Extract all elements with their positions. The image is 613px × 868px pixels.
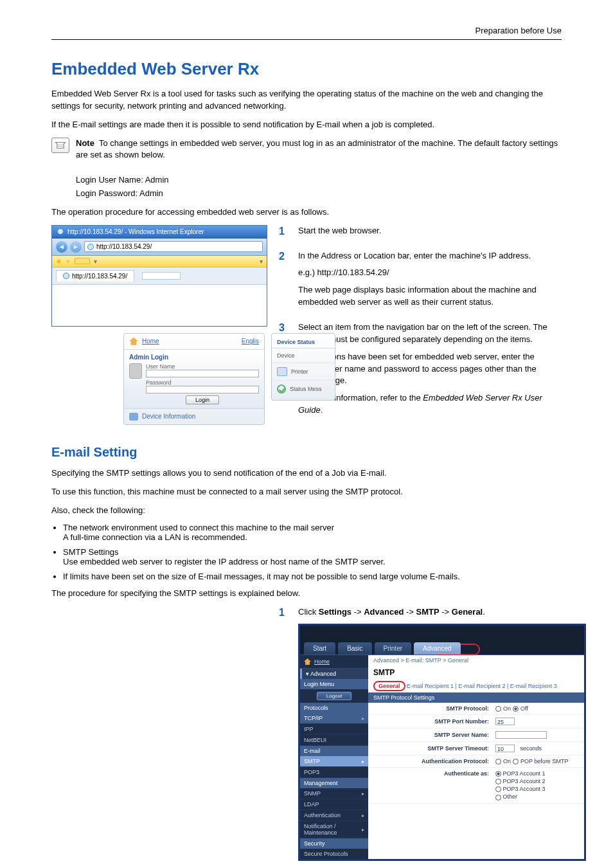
step3-text-a: Select an item from the navigation bar o… xyxy=(298,321,562,346)
email-p3: Also, check the following: xyxy=(51,505,562,517)
field-smtp-server: SMTP Server Name: xyxy=(368,728,584,742)
email-p1: Specifying the SMTP settings allows you … xyxy=(51,467,562,480)
printer-icon xyxy=(277,367,287,376)
address-bar[interactable]: http://10.183.54.29/ xyxy=(84,241,263,252)
note-icon xyxy=(51,138,69,153)
step2-text-c: The web page displays basic information … xyxy=(298,284,562,309)
sidebar-email-head: E-mail xyxy=(300,746,368,756)
radio-pop1[interactable] xyxy=(495,771,501,777)
bullet-1: The network environment used to connect … xyxy=(63,523,562,542)
smtp-top-tabs: Start Basic Printer Advanced xyxy=(300,642,584,655)
device-info-label: Device Information xyxy=(142,413,195,420)
address-text: http://10.183.54.29/ xyxy=(96,243,152,250)
sidebar-item-notif[interactable]: Notification / Maintenance▸ xyxy=(300,821,368,838)
smtp-main-panel: Advanced > E-mail: SMTP > General SMTP G… xyxy=(368,655,584,859)
proc-intro: The operation procedure for accessing em… xyxy=(51,206,562,219)
step3-text-b: If restrictions have been set for embedd… xyxy=(298,351,562,388)
login-user-line: Login User Name: Admin xyxy=(76,174,562,186)
smtp-subtabs: General E-mail Recipient 1 | E-mail Reci… xyxy=(368,680,584,692)
login-pass-line: Login Password: Admin xyxy=(76,188,562,200)
radio-pop2[interactable] xyxy=(495,779,501,784)
radio-other[interactable] xyxy=(495,795,501,800)
step2-text-b: e.g.) http://10.183.54.29/ xyxy=(298,267,562,279)
field-smtp-protocol: SMTP Protocol: On Off xyxy=(368,703,584,715)
sidebar-item-netbeui[interactable]: NetBEUI xyxy=(300,735,368,746)
field-smtp-timeout: SMTP Server Timeout: 10 seconds xyxy=(368,742,584,755)
bullet-2: SMTP Settings Use embedded web server to… xyxy=(63,547,562,566)
port-input[interactable]: 25 xyxy=(495,718,515,725)
sidebar-login-menu: Login Menu xyxy=(300,679,368,689)
password-label: Password xyxy=(146,379,259,386)
sidebar-item-auth[interactable]: Authentication▸ xyxy=(300,810,368,821)
ews-right-strip: Device Status Device Printer Status Mess xyxy=(271,333,335,401)
email-p2: To use this function, this machine must … xyxy=(51,486,562,498)
tab-advanced[interactable]: Advanced xyxy=(414,642,460,655)
sidebar-item-snmp[interactable]: SNMP▸ xyxy=(300,788,368,799)
status-ok-icon xyxy=(277,384,286,393)
user-name-label: User Name xyxy=(146,363,259,370)
browser-tab[interactable]: http://10.183.54.29/ xyxy=(56,270,134,282)
star-add-icon[interactable]: ✦ xyxy=(66,258,71,265)
step-number-1: 1 xyxy=(279,225,290,237)
timeout-input[interactable]: 10 xyxy=(495,745,515,752)
intro-p2: If the E-mail settings are made then it … xyxy=(51,119,562,131)
field-smtp-port: SMTP Port Number: 25 xyxy=(368,715,584,728)
smtp-panel-title: SMTP xyxy=(368,665,584,680)
logout-button[interactable]: Logout xyxy=(317,692,351,700)
breadcrumb: Advanced > E-mail: SMTP > General xyxy=(368,655,584,665)
sidebar-item-ldap[interactable]: LDAP xyxy=(300,799,368,810)
sidebar-security-head: Security xyxy=(300,838,368,849)
password-input[interactable] xyxy=(146,386,259,393)
field-auth-proto: Authentication Protocol: On POP before S… xyxy=(368,755,584,768)
sidebar-item-smtp[interactable]: SMTP▸ xyxy=(300,756,368,767)
sidebar-advanced-head: ▾ Advanced xyxy=(300,669,368,679)
intro-p1: Embedded Web Server Rx is a tool used fo… xyxy=(51,88,562,113)
browser-tab-bar: http://10.183.54.29/ xyxy=(52,267,267,285)
sidebar-home[interactable]: Home xyxy=(300,655,368,669)
forward-icon[interactable]: ► xyxy=(70,241,82,253)
device-status-head: Device Status xyxy=(272,336,335,348)
device-info-row[interactable]: Device Information xyxy=(124,408,264,424)
tab-basic[interactable]: Basic xyxy=(338,642,371,655)
device-status-msg: Status Mess xyxy=(272,381,335,397)
browser-title-bar: http://10.183.54.29/ - Windows Internet … xyxy=(52,226,267,239)
radio-off[interactable] xyxy=(513,706,519,712)
radio-on[interactable] xyxy=(495,706,501,712)
page-icon xyxy=(87,244,94,250)
subtab-recipients[interactable]: E-mail Recipient 1 | E-mail Recipient 2 … xyxy=(407,683,557,689)
email-p4: The procedure for specifying the SMTP se… xyxy=(51,588,562,600)
browser-tab-empty xyxy=(142,272,181,280)
login-button[interactable]: Login xyxy=(186,395,219,404)
fav-chip xyxy=(75,258,90,264)
device-status-printer: Printer xyxy=(272,363,335,381)
sidebar-protocols-head: Protocols xyxy=(300,703,368,713)
radio-pop3[interactable] xyxy=(495,786,501,792)
step-number-2: 2 xyxy=(279,250,290,262)
device-icon xyxy=(129,413,138,420)
star-icon[interactable]: ★ xyxy=(56,258,62,265)
radio-authproto-pop[interactable] xyxy=(513,759,519,764)
server-input[interactable] xyxy=(495,731,547,739)
browser-content-blank xyxy=(52,285,267,326)
email-setting-title: E-mail Setting xyxy=(51,445,562,460)
subtab-general[interactable]: General xyxy=(373,681,405,691)
user-name-input[interactable] xyxy=(146,370,259,377)
sidebar-item-secprot[interactable]: Secure Protocols xyxy=(300,849,368,859)
tab-start[interactable]: Start xyxy=(304,642,335,655)
browser-screenshot: http://10.183.54.29/ - Windows Internet … xyxy=(51,225,267,327)
back-icon[interactable]: ◄ xyxy=(56,241,67,253)
step2-text-a: In the Address or Location bar, enter th… xyxy=(298,250,562,262)
radio-authproto-on[interactable] xyxy=(495,759,501,764)
ews-panel-screenshot: Home Englis Admin Login User Name Passwo… xyxy=(123,333,265,425)
ews-home-row[interactable]: Home Englis xyxy=(124,334,264,350)
sidebar-item-tcpip[interactable]: TCP/IP▸ xyxy=(300,713,368,724)
sidebar-item-ipp[interactable]: IPP xyxy=(300,724,368,735)
tab-printer[interactable]: Printer xyxy=(375,642,411,655)
sidebar-item-pop3[interactable]: POP3 xyxy=(300,767,368,778)
home-icon xyxy=(129,338,138,345)
tab-title: http://10.183.54.29/ xyxy=(72,273,127,280)
ews-lang-label: Englis xyxy=(242,338,259,345)
step1-text: Start the web browser. xyxy=(298,225,562,237)
device-status-device: Device xyxy=(272,348,335,363)
step3-text-c: For more information, refer to the Embed… xyxy=(298,392,562,417)
